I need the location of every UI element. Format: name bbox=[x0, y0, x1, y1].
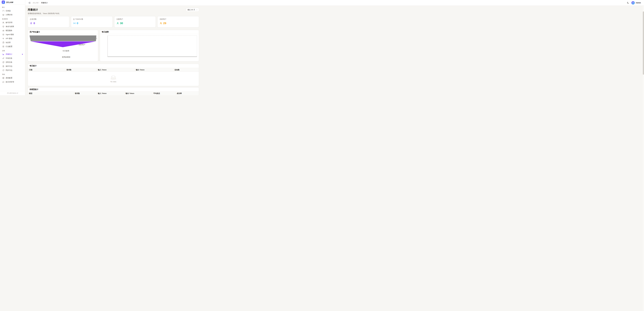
shield-check-icon bbox=[2, 26, 4, 28]
arrows-swap-icon bbox=[2, 57, 4, 59]
brand-title: ZCLAW bbox=[6, 1, 13, 3]
sidebar-item-accounts[interactable]: 账号管理 bbox=[2, 21, 24, 25]
file-text-icon bbox=[2, 65, 4, 67]
funnel-stage-registered bbox=[30, 36, 96, 41]
sidebar-item-roles[interactable]: 角色与权限 bbox=[2, 25, 24, 29]
column-header-input-token: 输入 Token bbox=[97, 68, 135, 72]
sidebar-item-label: 账号管理 bbox=[6, 22, 12, 24]
gear-icon bbox=[2, 77, 4, 79]
zap-icon bbox=[30, 22, 32, 25]
nav-group-core: 核心 bbox=[2, 7, 23, 8]
breadcrumb-separator: / bbox=[40, 2, 40, 4]
brand-row: Z ZCLAW bbox=[0, 0, 25, 5]
sidebar-item-dashboard[interactable]: 仪表盘 bbox=[2, 9, 24, 13]
stat-label: 注册用户 bbox=[116, 18, 154, 20]
column-header-devices: 设备数 bbox=[173, 68, 199, 72]
empty-state: No data bbox=[28, 72, 199, 86]
sidebar-item-label: 同步日志 bbox=[6, 69, 12, 71]
column-header-requests: 请求数 bbox=[74, 92, 97, 95]
sidebar-item-label: 用量统计 bbox=[6, 53, 12, 56]
stat-label: 活跃用户 bbox=[160, 18, 197, 20]
column-header-date: 日期 bbox=[28, 68, 65, 72]
main-content: 用量统计 查看模型使用情况、Token 消耗和用户转化 最近 30 天 总请求数… bbox=[25, 6, 202, 95]
sidebar-item-billing[interactable]: 计费管理 bbox=[2, 13, 24, 17]
sidebar-item-operation-logs[interactable]: 操作日志 bbox=[2, 64, 24, 68]
stat-card-registered-users: 注册用户 30 bbox=[114, 16, 156, 28]
funnel-stage-active bbox=[30, 41, 96, 47]
sidebar: Z ZCLAW 核心 仪表盘 计费管理 资源管理 账号管理 角色与权限 bbox=[0, 0, 25, 95]
funnel-label-active: 活跃用户 bbox=[78, 44, 85, 46]
store-icon bbox=[2, 46, 4, 48]
sidebar-item-knowledge-base[interactable]: 知识库 bbox=[2, 41, 24, 45]
sidebar-item-scheduled-tasks[interactable]: 定时任务 bbox=[2, 60, 24, 64]
sidebar-item-label: 操作日志 bbox=[6, 65, 12, 67]
trend-card-title: 每日趋势 bbox=[102, 31, 109, 33]
stat-value: 0 bbox=[77, 22, 78, 25]
chevron-down-icon bbox=[196, 9, 198, 11]
sidebar-item-label: 角色与权限 bbox=[6, 25, 14, 28]
sidebar-item-model-services[interactable]: 模型服务 bbox=[2, 29, 24, 33]
column-header-success-rate: 成功率 bbox=[176, 92, 199, 95]
stat-card-total-requests: 总请求数 0 bbox=[28, 16, 69, 28]
crown-icon bbox=[2, 14, 4, 16]
sidebar-footer-version: ZCLAW Admin v2 bbox=[0, 91, 25, 95]
daily-trend-chart[interactable] bbox=[100, 34, 199, 62]
refresh-icon bbox=[2, 69, 4, 71]
column-header-output-token: 输出 Token bbox=[135, 68, 173, 72]
empty-inbox-icon bbox=[110, 75, 117, 80]
column-header-requests: 请求数 bbox=[65, 68, 97, 72]
token-width-icon bbox=[73, 22, 76, 25]
sidebar-item-label: 模型服务 bbox=[6, 29, 12, 32]
users-icon bbox=[2, 22, 4, 24]
funnel-card-title: 用户转化漏斗 bbox=[30, 31, 40, 33]
empty-plot-area bbox=[108, 36, 197, 57]
sidebar-item-prompt-management[interactable]: 提示词管理 bbox=[2, 80, 24, 84]
breadcrumb-root[interactable]: ZCLAW bbox=[33, 2, 38, 4]
funnel-label-multi-model: 使用多模型 bbox=[62, 56, 70, 58]
gauge-icon bbox=[2, 10, 4, 12]
stat-card-total-tokens: 总 TOKEN 数 0 bbox=[71, 16, 112, 28]
timer-icon bbox=[2, 61, 4, 63]
sidebar-item-relay-tasks[interactable]: 中转任务 bbox=[2, 56, 24, 60]
plug-icon bbox=[2, 38, 4, 40]
sidebar-item-label: 计费管理 bbox=[6, 14, 12, 16]
sidebar-item-label: 中转任务 bbox=[6, 57, 12, 59]
bar-chart-icon bbox=[2, 53, 4, 55]
sidebar-item-api-keys[interactable]: API 密钥 bbox=[2, 37, 24, 41]
column-header-avg-latency: 平均延迟 bbox=[152, 92, 176, 95]
stats-row: 总请求数 0 总 TOKEN 数 0 注册用户 30 bbox=[28, 16, 199, 28]
funnel-chart[interactable]: 注册用户 活跃用户 今日使用 使用多模型 bbox=[28, 34, 98, 62]
nav-group-ops: 运维 bbox=[2, 50, 23, 52]
daily-table-title: 每日统计 bbox=[30, 65, 36, 67]
column-header-output-token: 输出 Token bbox=[124, 92, 152, 95]
stat-card-active-users: 活跃用户 29 bbox=[158, 16, 199, 28]
sidebar-item-label: Agent 模板 bbox=[6, 33, 14, 36]
sidebar-item-industry-config[interactable]: 行业配置 bbox=[2, 45, 24, 49]
users-pair-icon bbox=[160, 22, 162, 25]
stat-label: 总请求数 bbox=[30, 18, 67, 20]
model-table-header: 模型 请求数 输入 Token 输出 Token 平均延迟 成功率 bbox=[28, 92, 199, 95]
topbar: ZCLAW / 用量统计 A Admin bbox=[25, 0, 202, 6]
active-indicator-dot bbox=[22, 54, 23, 55]
daily-stats-card: 每日统计 日期 请求数 输入 Token 输出 Token 设备数 No dat… bbox=[28, 64, 199, 86]
funnel-card: 用户转化漏斗 注册用户 活跃用户 今日使用 使用多模型 bbox=[28, 30, 98, 62]
sidebar-item-label: API 密钥 bbox=[6, 37, 12, 40]
page-title: 用量统计 bbox=[28, 8, 60, 12]
sidebar-item-sync-logs[interactable]: 同步日志 bbox=[2, 68, 24, 72]
sidebar-item-label: 系统配置 bbox=[6, 77, 12, 79]
sidebar-item-system-config[interactable]: 系统配置 bbox=[2, 76, 24, 80]
sidebar-item-label: 定时任务 bbox=[6, 61, 12, 63]
column-header-input-token: 输入 Token bbox=[97, 92, 124, 95]
sidebar-item-usage-stats[interactable]: 用量统计 bbox=[2, 52, 24, 56]
daily-table-header: 日期 请求数 输入 Token 输出 Token 设备数 bbox=[28, 68, 199, 72]
book-icon bbox=[2, 42, 4, 44]
brand-logo: Z bbox=[2, 1, 5, 4]
empty-state-text: No data bbox=[110, 81, 116, 83]
sidebar-nav: 核心 仪表盘 计费管理 资源管理 账号管理 角色与权限 模型服务 bbox=[0, 5, 25, 84]
breadcrumb-current: 用量统计 bbox=[41, 2, 48, 4]
date-range-select[interactable]: 最近 30 天 bbox=[186, 8, 199, 12]
sidebar-collapse-icon[interactable] bbox=[28, 2, 31, 4]
sidebar-item-agent-templates[interactable]: Agent 模板 bbox=[2, 33, 24, 37]
sidebar-item-label: 知识库 bbox=[6, 41, 11, 44]
model-table-title: 按模型统计 bbox=[30, 88, 38, 91]
